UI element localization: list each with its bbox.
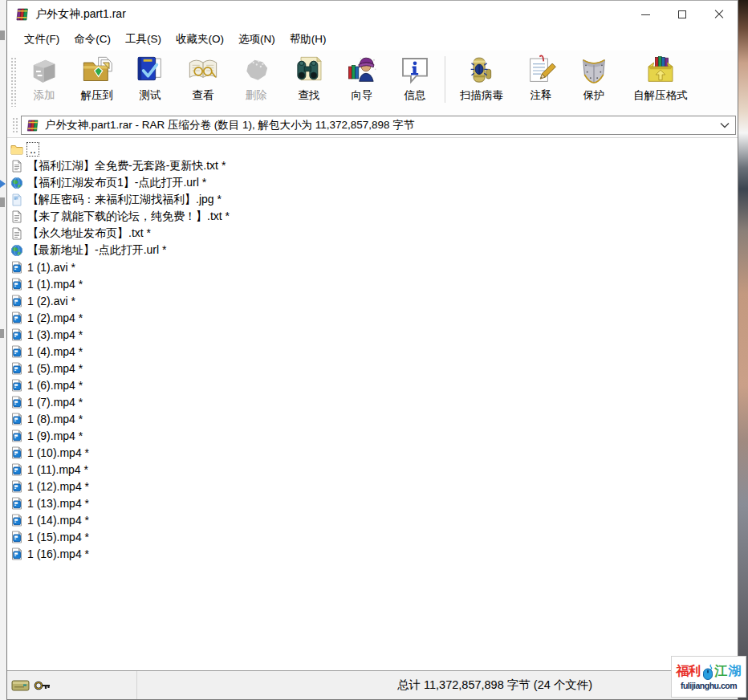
watermark-domain: fulijianghu.com [681,681,737,690]
file-row[interactable]: 1 (7).mp4 * [10,393,738,410]
file-row[interactable]: 【永久地址发布页】.txt * [10,225,738,242]
close-button[interactable] [701,1,738,28]
file-row[interactable]: 1 (15).mp4 * [10,528,738,545]
file-row[interactable]: 【福利江湖】全免费-无套路-更新快.txt * [10,157,738,174]
window-controls [627,1,738,28]
txt-file-icon [10,160,23,173]
test-icon [132,55,168,87]
drive-icon[interactable] [11,678,30,694]
chevron-down-icon[interactable] [718,122,732,128]
toolbar-button-info[interactable]: 信息 [388,54,441,103]
file-row[interactable]: 1 (12).mp4 * [10,478,738,494]
menu-tools[interactable]: 工具(S) [118,30,169,49]
file-name: 1 (13).mp4 * [27,497,89,510]
file-name: 1 (15).mp4 * [27,531,89,543]
menu-help[interactable]: 帮助(H) [283,30,334,49]
file-row[interactable]: 1 (10).mp4 * [10,444,738,461]
file-row[interactable]: 【最新地址】-点此打开.url * [10,242,738,258]
menu-options[interactable]: 选项(N) [231,30,283,49]
desktop-sliver-right [738,0,748,700]
toolbar-button-scan[interactable]: 扫描病毒 [449,54,514,103]
media-file-icon [10,345,23,358]
menu-favorites[interactable]: 收藏夹(O) [169,30,231,49]
toolbar-button-extract[interactable]: 解压到 [71,54,124,103]
toolbar-button-sfx[interactable]: 自解压格式 [620,54,701,103]
media-file-icon [10,379,23,392]
fulijianghu-watermark: 福利 江 湖 fulijianghu.com [671,656,746,698]
file-list: .. 【福利江湖】全免费-无套路-更新快.txt * 【福利江湖发布页1】-点此… [7,137,738,671]
title-bar: 户外女神.part1.rar [7,1,738,28]
file-row[interactable]: 1 (1).avi * [10,258,738,275]
file-row[interactable]: 【解压密码：来福利江湖找福利】.jpg * [10,191,738,208]
media-file-icon [10,514,23,527]
toolbar-button-view[interactable]: 查看 [177,54,230,103]
toolbar-button-label: 注释 [531,88,552,103]
maximize-button[interactable] [664,1,701,28]
winrar-archive-icon [26,120,40,132]
file-row[interactable]: 1 (4).mp4 * [10,343,738,360]
mouse-icon [702,664,713,680]
toolbar-button-label: 向导 [352,88,373,103]
menu-file[interactable]: 文件(F) [17,30,67,49]
toolbar-button-add: 添加 [18,54,71,103]
key-icon[interactable] [34,678,51,694]
file-row[interactable]: 1 (1).mp4 * [10,275,738,292]
statusbar-icon-pane [7,671,137,699]
toolbar-button-wizard[interactable]: 向导 [335,54,388,103]
file-name: 【最新地址】-点此打开.url * [27,243,166,258]
txt-file-icon [10,227,23,240]
file-row[interactable]: .. [10,140,738,157]
media-file-icon [10,497,23,510]
file-name: 1 (1).mp4 * [27,278,83,291]
minimize-button[interactable] [627,1,664,28]
file-name: 1 (14).mp4 * [27,514,89,527]
maximize-icon [678,10,686,18]
file-row[interactable]: 1 (5).mp4 * [10,360,738,376]
file-row[interactable]: 1 (6).mp4 * [10,376,738,393]
media-file-icon [10,480,23,493]
file-row[interactable]: 1 (2).mp4 * [10,309,738,326]
desktop-fragment [0,329,4,338]
watermark-text-hu: 湖 [729,663,742,680]
archive-path-combo[interactable]: 户外女神.part1.rar - RAR 压缩分卷 (数目 1), 解包大小为 … [21,116,736,135]
file-row[interactable]: 1 (3).mp4 * [10,326,738,343]
toolbar-gripper[interactable] [10,57,16,107]
toolbar-button-test[interactable]: 测试 [124,54,177,103]
scan-icon [464,55,499,87]
watermark-text-fuli: 福利 [677,663,701,680]
file-name: 1 (10).mp4 * [27,446,89,459]
file-name: 【来了就能下载的论坛，纯免费！】.txt * [27,210,230,224]
sfx-icon [643,55,678,87]
wizard-icon [344,55,380,87]
toolbar-button-label: 自解压格式 [633,88,688,103]
file-row[interactable]: 1 (11).mp4 * [10,461,738,478]
toolbar-button-comment[interactable]: 注释 [514,54,567,103]
archive-path-text: 户外女神.part1.rar - RAR 压缩分卷 (数目 1), 解包大小为 … [45,118,718,132]
file-name: 1 (9).mp4 * [27,429,83,442]
file-row[interactable]: 【福利江湖发布页1】-点此打开.url * [10,174,738,191]
file-row[interactable]: 1 (13).mp4 * [10,494,738,511]
toolbar-button-label: 删除 [246,88,267,103]
file-name: 1 (12).mp4 * [27,480,89,493]
file-row[interactable]: 【来了就能下载的论坛，纯免费！】.txt * [10,208,738,225]
file-row[interactable]: 1 (2).avi * [10,292,738,309]
menu-commands[interactable]: 命令(C) [67,30,118,49]
url-file-icon [10,244,23,257]
file-row[interactable]: 1 (16).mp4 * [10,545,738,562]
file-row[interactable]: 1 (14).mp4 * [10,511,738,528]
media-file-icon [10,261,23,274]
addressbar-gripper[interactable] [12,117,18,133]
file-name: 1 (6).mp4 * [27,379,83,392]
file-row[interactable]: 1 (9).mp4 * [10,427,738,444]
find-icon [291,55,327,87]
media-file-icon [10,278,23,291]
file-name: 1 (2).mp4 * [27,311,83,324]
toolbar-button-protect[interactable]: 保护 [567,54,620,103]
toolbar-separator [445,56,445,103]
toolbar-button-find[interactable]: 查找 [283,54,335,103]
file-row[interactable]: 1 (8).mp4 * [10,410,738,427]
media-file-icon [10,295,23,307]
file-name: 【解压密码：来福利江湖找福利】.jpg * [27,193,222,207]
media-file-icon [10,429,23,442]
desktop-fragment-arrow [0,180,6,188]
